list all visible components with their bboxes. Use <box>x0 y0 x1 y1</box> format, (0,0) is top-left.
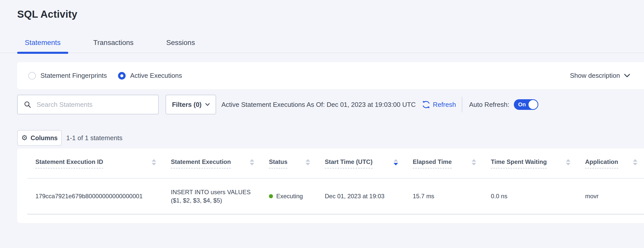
column-header-start-time[interactable]: Start Time (UTC) <box>317 148 405 178</box>
results-count: 1-1 of 1 statements <box>66 134 123 142</box>
status-dot-icon <box>269 194 273 198</box>
column-header-elapsed-time[interactable]: Elapsed Time <box>405 148 483 178</box>
cell-application: movr <box>577 178 644 214</box>
sort-icon[interactable] <box>152 159 156 167</box>
column-header-time-spent-waiting[interactable]: Time Spent Waiting <box>483 148 577 178</box>
column-header-statement-execution-id[interactable]: Statement Execution ID <box>27 148 163 178</box>
radio-unselected-icon <box>28 72 36 80</box>
statement-text-line2: ($1, $2, $3, $4, $5) <box>171 196 254 205</box>
show-description-toggle[interactable]: Show description <box>570 72 630 80</box>
column-header-status[interactable]: Status <box>261 148 317 178</box>
tab-statements[interactable]: Statements <box>17 20 68 53</box>
search-icon <box>24 101 31 108</box>
statements-table-card: Statement Execution ID Statement Executi… <box>17 148 644 223</box>
view-mode-card: Statement Fingerprints Active Executions… <box>17 62 644 89</box>
radio-label: Active Executions <box>130 72 182 80</box>
filters-label: Filters (0) <box>172 101 201 109</box>
columns-label: Columns <box>31 134 58 142</box>
tab-transactions[interactable]: Transactions <box>86 20 141 53</box>
sort-icon[interactable] <box>566 159 570 167</box>
tab-bar: Statements Transactions Sessions <box>0 20 644 53</box>
radio-statement-fingerprints[interactable]: Statement Fingerprints <box>28 72 107 80</box>
auto-refresh-toggle[interactable]: On <box>514 99 538 110</box>
page-title: SQL Activity <box>0 0 644 20</box>
column-header-statement-execution[interactable]: Statement Execution <box>163 148 261 178</box>
sort-icon[interactable] <box>472 159 476 167</box>
toggle-state-label: On <box>518 101 526 108</box>
search-input[interactable] <box>36 101 153 109</box>
refresh-icon <box>422 100 430 109</box>
sort-icon[interactable] <box>306 159 310 167</box>
refresh-label: Refresh <box>433 101 456 109</box>
radio-label: Statement Fingerprints <box>40 72 107 80</box>
gear-icon: ⚙ <box>21 134 28 141</box>
sort-icon[interactable] <box>250 159 254 167</box>
cell-execution-id[interactable]: 179cca7921e679b80000000000000001 <box>27 178 163 214</box>
statements-table: Statement Execution ID Statement Executi… <box>27 148 644 214</box>
filters-button[interactable]: Filters (0) <box>166 95 216 114</box>
auto-refresh-label: Auto Refresh: <box>469 101 509 109</box>
search-input-wrapper[interactable] <box>17 95 159 114</box>
cell-elapsed-time: 15.7 ms <box>405 178 483 214</box>
table-controls: ⚙ Columns 1-1 of 1 statements <box>17 130 644 146</box>
chevron-down-icon <box>624 74 630 78</box>
table-header-row: Statement Execution ID Statement Executi… <box>27 148 644 178</box>
tab-sessions[interactable]: Sessions <box>159 20 203 53</box>
table-row: 179cca7921e679b80000000000000001 INSERT … <box>27 178 644 214</box>
radio-active-executions[interactable]: Active Executions <box>118 72 182 80</box>
divider <box>462 97 462 112</box>
sort-icon-active-desc[interactable] <box>394 159 398 167</box>
refresh-button[interactable]: Refresh <box>422 100 456 109</box>
show-description-label: Show description <box>570 72 620 80</box>
toggle-knob <box>528 100 538 109</box>
sql-activity-page: SQL Activity Statements Transactions Ses… <box>0 0 644 248</box>
cell-time-spent-waiting: 0.0 ns <box>483 178 577 214</box>
statement-text-line1: INSERT INTO users VALUES <box>171 188 254 196</box>
sort-icon[interactable] <box>633 159 637 167</box>
chevron-down-icon <box>205 103 210 106</box>
cell-statement[interactable]: INSERT INTO users VALUES ($1, $2, $3, $4… <box>163 178 261 214</box>
status-label: Executing <box>276 193 303 200</box>
radio-selected-icon <box>118 72 126 80</box>
columns-button[interactable]: ⚙ Columns <box>17 130 62 146</box>
cell-start-time: Dec 01, 2023 at 19:03 <box>317 178 405 214</box>
column-header-application[interactable]: Application <box>577 148 644 178</box>
as-of-text: Active Statement Executions As Of: Dec 0… <box>221 101 416 109</box>
cell-status: Executing <box>261 178 317 214</box>
toolbar: Filters (0) Active Statement Executions … <box>17 95 644 114</box>
